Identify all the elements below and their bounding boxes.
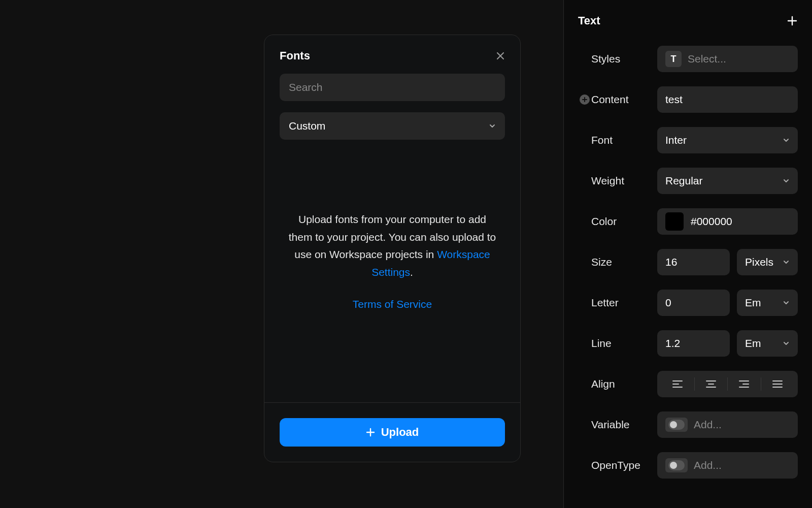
- size-label: Size: [591, 256, 657, 268]
- variable-add-button[interactable]: Add...: [657, 411, 798, 438]
- fonts-search-placeholder: Search: [289, 81, 323, 93]
- opentype-placeholder: Add...: [694, 459, 722, 471]
- terms-of-service-link[interactable]: Terms of Service: [286, 296, 499, 313]
- text-style-icon: T: [665, 51, 682, 67]
- letter-unit-value: Em: [745, 297, 761, 309]
- chevron-down-icon: [489, 122, 496, 130]
- upload-fonts-button[interactable]: Upload: [280, 418, 505, 447]
- add-content-override-icon[interactable]: [580, 94, 590, 105]
- size-input[interactable]: 16: [657, 249, 730, 275]
- align-left-button[interactable]: [661, 371, 694, 397]
- styles-select[interactable]: T Select...: [657, 46, 798, 72]
- toggle-icon: [665, 418, 688, 432]
- chevron-down-icon: [783, 299, 790, 306]
- line-unit-value: Em: [745, 337, 761, 350]
- line-input[interactable]: 1.2: [657, 330, 730, 357]
- weight-label: Weight: [591, 175, 657, 187]
- line-unit-select[interactable]: Em: [737, 330, 798, 357]
- variable-placeholder: Add...: [694, 419, 722, 431]
- size-unit-select[interactable]: Pixels: [737, 249, 798, 275]
- color-input[interactable]: #000000: [657, 208, 798, 235]
- chevron-down-icon: [783, 137, 790, 144]
- chevron-down-icon: [783, 259, 790, 266]
- chevron-down-icon: [783, 177, 790, 184]
- text-inspector-panel: Text Styles T Select... Content test: [563, 0, 812, 508]
- align-justify-button[interactable]: [761, 371, 794, 397]
- color-label: Color: [591, 215, 657, 228]
- line-value: 1.2: [665, 337, 680, 350]
- letter-unit-select[interactable]: Em: [737, 290, 798, 316]
- styles-placeholder: Select...: [688, 53, 726, 65]
- align-segmented-control: [657, 371, 798, 397]
- font-value: Inter: [665, 134, 687, 146]
- add-text-section-button[interactable]: [787, 15, 798, 26]
- weight-select[interactable]: Regular: [657, 168, 798, 194]
- styles-label: Styles: [591, 53, 657, 65]
- fonts-search-input[interactable]: Search: [280, 74, 505, 101]
- variable-label: Variable: [591, 419, 657, 431]
- align-center-button[interactable]: [695, 371, 728, 397]
- content-input[interactable]: test: [657, 86, 798, 113]
- size-value: 16: [665, 256, 677, 268]
- opentype-label: OpenType: [591, 459, 657, 471]
- line-label: Line: [591, 337, 657, 350]
- fonts-empty-message: Upload fonts from your computer to add t…: [280, 211, 505, 313]
- fonts-category-value: Custom: [289, 120, 325, 132]
- color-value: #000000: [691, 215, 732, 228]
- plus-icon: [366, 428, 375, 437]
- content-label: Content: [591, 93, 657, 106]
- letter-label: Letter: [591, 297, 657, 309]
- align-right-button[interactable]: [728, 371, 761, 397]
- fonts-modal: Fonts Search Custom Upload fonts from yo…: [264, 35, 521, 462]
- fonts-modal-title: Fonts: [280, 49, 310, 62]
- font-label: Font: [591, 134, 657, 146]
- fonts-message-suffix: .: [410, 266, 413, 278]
- letter-value: 0: [665, 297, 671, 309]
- align-label: Align: [591, 378, 657, 390]
- chevron-down-icon: [783, 340, 790, 347]
- close-icon[interactable]: [496, 51, 505, 60]
- color-swatch[interactable]: [665, 212, 684, 231]
- size-unit-value: Pixels: [745, 256, 773, 268]
- letter-input[interactable]: 0: [657, 290, 730, 316]
- content-value: test: [665, 93, 683, 106]
- upload-button-label: Upload: [381, 426, 419, 439]
- fonts-category-select[interactable]: Custom: [280, 112, 505, 140]
- weight-value: Regular: [665, 175, 703, 187]
- toggle-icon: [665, 458, 688, 472]
- opentype-add-button[interactable]: Add...: [657, 452, 798, 479]
- text-section-title: Text: [578, 14, 600, 27]
- font-select[interactable]: Inter: [657, 127, 798, 153]
